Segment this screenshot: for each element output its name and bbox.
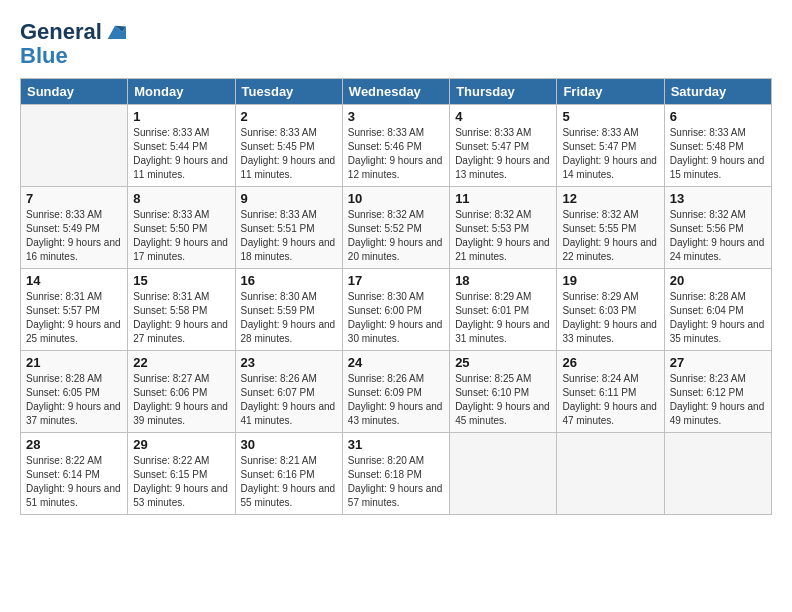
logo: General Blue <box>20 20 126 68</box>
day-cell: 14Sunrise: 8:31 AMSunset: 5:57 PMDayligh… <box>21 269 128 351</box>
day-cell: 27Sunrise: 8:23 AMSunset: 6:12 PMDayligh… <box>664 351 771 433</box>
weekday-header-tuesday: Tuesday <box>235 79 342 105</box>
day-info: Sunrise: 8:33 AMSunset: 5:44 PMDaylight:… <box>133 126 229 182</box>
day-cell: 25Sunrise: 8:25 AMSunset: 6:10 PMDayligh… <box>450 351 557 433</box>
day-number: 14 <box>26 273 122 288</box>
day-number: 20 <box>670 273 766 288</box>
day-number: 31 <box>348 437 444 452</box>
day-info: Sunrise: 8:26 AMSunset: 6:07 PMDaylight:… <box>241 372 337 428</box>
day-info: Sunrise: 8:29 AMSunset: 6:01 PMDaylight:… <box>455 290 551 346</box>
day-number: 7 <box>26 191 122 206</box>
day-cell <box>557 433 664 515</box>
day-info: Sunrise: 8:24 AMSunset: 6:11 PMDaylight:… <box>562 372 658 428</box>
day-cell: 26Sunrise: 8:24 AMSunset: 6:11 PMDayligh… <box>557 351 664 433</box>
header: General Blue <box>20 16 772 68</box>
day-cell <box>450 433 557 515</box>
day-cell: 16Sunrise: 8:30 AMSunset: 5:59 PMDayligh… <box>235 269 342 351</box>
day-number: 6 <box>670 109 766 124</box>
day-cell: 9Sunrise: 8:33 AMSunset: 5:51 PMDaylight… <box>235 187 342 269</box>
day-number: 29 <box>133 437 229 452</box>
day-number: 17 <box>348 273 444 288</box>
day-number: 25 <box>455 355 551 370</box>
day-number: 3 <box>348 109 444 124</box>
day-info: Sunrise: 8:33 AMSunset: 5:50 PMDaylight:… <box>133 208 229 264</box>
day-info: Sunrise: 8:23 AMSunset: 6:12 PMDaylight:… <box>670 372 766 428</box>
day-info: Sunrise: 8:33 AMSunset: 5:47 PMDaylight:… <box>562 126 658 182</box>
day-cell: 1Sunrise: 8:33 AMSunset: 5:44 PMDaylight… <box>128 105 235 187</box>
day-cell: 22Sunrise: 8:27 AMSunset: 6:06 PMDayligh… <box>128 351 235 433</box>
day-info: Sunrise: 8:33 AMSunset: 5:51 PMDaylight:… <box>241 208 337 264</box>
day-cell <box>21 105 128 187</box>
logo-text: General <box>20 20 102 44</box>
day-cell: 20Sunrise: 8:28 AMSunset: 6:04 PMDayligh… <box>664 269 771 351</box>
day-cell: 3Sunrise: 8:33 AMSunset: 5:46 PMDaylight… <box>342 105 449 187</box>
day-info: Sunrise: 8:31 AMSunset: 5:58 PMDaylight:… <box>133 290 229 346</box>
day-number: 15 <box>133 273 229 288</box>
day-number: 18 <box>455 273 551 288</box>
day-number: 23 <box>241 355 337 370</box>
logo-blue: Blue <box>20 44 126 68</box>
day-info: Sunrise: 8:33 AMSunset: 5:49 PMDaylight:… <box>26 208 122 264</box>
day-number: 22 <box>133 355 229 370</box>
day-number: 5 <box>562 109 658 124</box>
day-info: Sunrise: 8:22 AMSunset: 6:14 PMDaylight:… <box>26 454 122 510</box>
weekday-header-sunday: Sunday <box>21 79 128 105</box>
day-cell: 19Sunrise: 8:29 AMSunset: 6:03 PMDayligh… <box>557 269 664 351</box>
weekday-header-row: SundayMondayTuesdayWednesdayThursdayFrid… <box>21 79 772 105</box>
day-number: 10 <box>348 191 444 206</box>
day-cell: 13Sunrise: 8:32 AMSunset: 5:56 PMDayligh… <box>664 187 771 269</box>
logo-icon <box>104 21 126 43</box>
day-info: Sunrise: 8:30 AMSunset: 5:59 PMDaylight:… <box>241 290 337 346</box>
week-row-3: 14Sunrise: 8:31 AMSunset: 5:57 PMDayligh… <box>21 269 772 351</box>
day-info: Sunrise: 8:33 AMSunset: 5:46 PMDaylight:… <box>348 126 444 182</box>
day-number: 26 <box>562 355 658 370</box>
day-cell: 30Sunrise: 8:21 AMSunset: 6:16 PMDayligh… <box>235 433 342 515</box>
day-info: Sunrise: 8:26 AMSunset: 6:09 PMDaylight:… <box>348 372 444 428</box>
day-info: Sunrise: 8:28 AMSunset: 6:04 PMDaylight:… <box>670 290 766 346</box>
day-cell: 21Sunrise: 8:28 AMSunset: 6:05 PMDayligh… <box>21 351 128 433</box>
day-cell: 24Sunrise: 8:26 AMSunset: 6:09 PMDayligh… <box>342 351 449 433</box>
weekday-header-wednesday: Wednesday <box>342 79 449 105</box>
day-cell: 7Sunrise: 8:33 AMSunset: 5:49 PMDaylight… <box>21 187 128 269</box>
day-cell: 28Sunrise: 8:22 AMSunset: 6:14 PMDayligh… <box>21 433 128 515</box>
page-container: General Blue SundayMondayTuesdayWednesda… <box>0 0 792 525</box>
day-number: 2 <box>241 109 337 124</box>
day-number: 1 <box>133 109 229 124</box>
day-info: Sunrise: 8:32 AMSunset: 5:56 PMDaylight:… <box>670 208 766 264</box>
day-cell: 18Sunrise: 8:29 AMSunset: 6:01 PMDayligh… <box>450 269 557 351</box>
day-info: Sunrise: 8:33 AMSunset: 5:48 PMDaylight:… <box>670 126 766 182</box>
week-row-1: 1Sunrise: 8:33 AMSunset: 5:44 PMDaylight… <box>21 105 772 187</box>
day-info: Sunrise: 8:20 AMSunset: 6:18 PMDaylight:… <box>348 454 444 510</box>
day-number: 11 <box>455 191 551 206</box>
weekday-header-thursday: Thursday <box>450 79 557 105</box>
day-cell: 23Sunrise: 8:26 AMSunset: 6:07 PMDayligh… <box>235 351 342 433</box>
day-info: Sunrise: 8:33 AMSunset: 5:45 PMDaylight:… <box>241 126 337 182</box>
day-number: 13 <box>670 191 766 206</box>
weekday-header-saturday: Saturday <box>664 79 771 105</box>
week-row-2: 7Sunrise: 8:33 AMSunset: 5:49 PMDaylight… <box>21 187 772 269</box>
day-info: Sunrise: 8:32 AMSunset: 5:53 PMDaylight:… <box>455 208 551 264</box>
calendar-table: SundayMondayTuesdayWednesdayThursdayFrid… <box>20 78 772 515</box>
day-cell: 10Sunrise: 8:32 AMSunset: 5:52 PMDayligh… <box>342 187 449 269</box>
day-number: 28 <box>26 437 122 452</box>
week-row-5: 28Sunrise: 8:22 AMSunset: 6:14 PMDayligh… <box>21 433 772 515</box>
day-info: Sunrise: 8:22 AMSunset: 6:15 PMDaylight:… <box>133 454 229 510</box>
day-cell: 8Sunrise: 8:33 AMSunset: 5:50 PMDaylight… <box>128 187 235 269</box>
day-cell: 6Sunrise: 8:33 AMSunset: 5:48 PMDaylight… <box>664 105 771 187</box>
day-info: Sunrise: 8:33 AMSunset: 5:47 PMDaylight:… <box>455 126 551 182</box>
day-cell: 29Sunrise: 8:22 AMSunset: 6:15 PMDayligh… <box>128 433 235 515</box>
day-cell: 17Sunrise: 8:30 AMSunset: 6:00 PMDayligh… <box>342 269 449 351</box>
day-cell: 11Sunrise: 8:32 AMSunset: 5:53 PMDayligh… <box>450 187 557 269</box>
weekday-header-monday: Monday <box>128 79 235 105</box>
day-cell: 12Sunrise: 8:32 AMSunset: 5:55 PMDayligh… <box>557 187 664 269</box>
day-info: Sunrise: 8:21 AMSunset: 6:16 PMDaylight:… <box>241 454 337 510</box>
day-number: 16 <box>241 273 337 288</box>
day-number: 21 <box>26 355 122 370</box>
day-cell <box>664 433 771 515</box>
day-number: 12 <box>562 191 658 206</box>
day-info: Sunrise: 8:29 AMSunset: 6:03 PMDaylight:… <box>562 290 658 346</box>
day-cell: 5Sunrise: 8:33 AMSunset: 5:47 PMDaylight… <box>557 105 664 187</box>
week-row-4: 21Sunrise: 8:28 AMSunset: 6:05 PMDayligh… <box>21 351 772 433</box>
day-info: Sunrise: 8:32 AMSunset: 5:52 PMDaylight:… <box>348 208 444 264</box>
day-number: 4 <box>455 109 551 124</box>
